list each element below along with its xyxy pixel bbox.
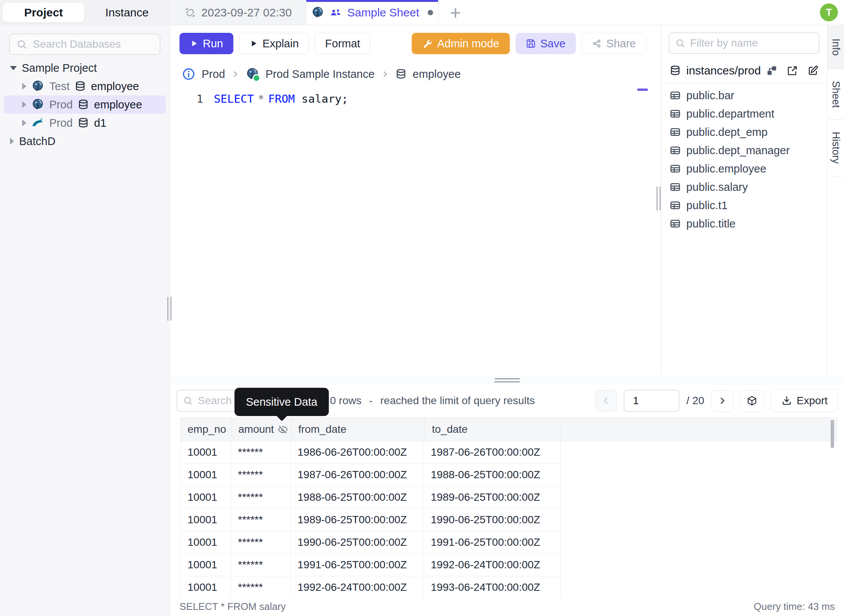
column-header-amount: amount bbox=[231, 418, 291, 441]
table-row: 10001 ****** 1986-06-26T00:00:00Z 1987-0… bbox=[181, 441, 560, 464]
results-scrollbar-thumb[interactable] bbox=[831, 420, 834, 448]
admin-mode-button[interactable]: Admin mode bbox=[412, 33, 510, 54]
explain-label: Explain bbox=[262, 37, 299, 50]
share-button[interactable]: Share bbox=[582, 33, 646, 54]
chevron-right-icon bbox=[231, 70, 239, 78]
tree-item-batchd[interactable]: BatchD bbox=[0, 132, 170, 150]
breadcrumb-instance[interactable]: Prod Sample Instance bbox=[265, 68, 374, 81]
tab-sheet[interactable]: Sheet bbox=[828, 69, 844, 120]
schema-panel: Filter by name instances/prod public.bar bbox=[661, 26, 827, 382]
table-list-item[interactable]: public.employee bbox=[661, 160, 827, 178]
table-name: public.salary bbox=[686, 181, 748, 194]
caret-down-icon[interactable] bbox=[10, 66, 17, 70]
table-list-item[interactable]: public.department bbox=[661, 105, 827, 123]
download-icon bbox=[781, 395, 792, 406]
cell-to-date: 1993-06-24T00:00:00Z bbox=[424, 576, 559, 598]
column-header-to-date: to_date bbox=[425, 418, 560, 441]
results-table-header: emp_no amount from_date to_date bbox=[180, 418, 837, 441]
export-button[interactable]: Export bbox=[771, 390, 838, 412]
shared-people-icon bbox=[330, 6, 342, 19]
info-icon[interactable] bbox=[182, 67, 196, 81]
db-label: employee bbox=[91, 80, 139, 93]
cell-amount-masked: ****** bbox=[231, 464, 291, 486]
cell-from-date: 1988-06-25T00:00:00Z bbox=[291, 486, 424, 508]
database-tree: Sample Project Test employee Prod employ… bbox=[0, 59, 170, 150]
chevron-right-icon bbox=[381, 70, 389, 78]
cell-emp-no: 10001 bbox=[181, 486, 231, 508]
save-button[interactable]: Save bbox=[516, 33, 576, 54]
user-avatar[interactable]: T bbox=[820, 3, 838, 21]
table-row: 10001 ****** 1988-06-25T00:00:00Z 1989-0… bbox=[181, 486, 560, 509]
tab-sample-sheet-active[interactable]: Sample Sheet bbox=[306, 0, 438, 25]
tree-item-prod-d1[interactable]: Prod d1 bbox=[0, 114, 170, 132]
search-icon bbox=[675, 38, 686, 48]
tab-adhoc-sheet[interactable]: 2023-09-27 02:30 bbox=[170, 0, 306, 25]
breadcrumb: Prod Prod Sample Instance employee bbox=[170, 64, 461, 84]
sql-editor[interactable]: 1 SELECT*FROM salary; bbox=[170, 84, 655, 376]
sql-rest bbox=[295, 92, 301, 105]
table-list-item[interactable]: public.title bbox=[661, 214, 827, 233]
cell-emp-no: 10001 bbox=[181, 554, 231, 576]
cell-emp-no: 10001 bbox=[181, 509, 231, 531]
right-panel-resize-handle[interactable] bbox=[656, 187, 661, 210]
wrench-icon bbox=[422, 38, 433, 49]
unlink-icon bbox=[184, 7, 196, 18]
search-databases-input[interactable]: Search Databases bbox=[9, 34, 160, 55]
table-list-item[interactable]: public.t1 bbox=[661, 196, 827, 214]
schema-diagram-icon[interactable] bbox=[766, 65, 778, 76]
results-search-placeholder: Search bbox=[198, 395, 232, 407]
database-icon bbox=[395, 68, 407, 80]
cell-to-date: 1991-06-25T00:00:00Z bbox=[424, 531, 559, 553]
table-icon bbox=[669, 126, 681, 138]
tab-project[interactable]: Project bbox=[3, 3, 84, 23]
tree-item-prod-employee-selected[interactable]: Prod employee bbox=[4, 95, 166, 114]
tab-history[interactable]: History bbox=[828, 120, 844, 176]
edit-icon[interactable] bbox=[807, 65, 819, 76]
results-resize-handle[interactable] bbox=[170, 376, 844, 385]
table-name: public.bar bbox=[686, 89, 734, 102]
eye-off-icon[interactable] bbox=[278, 424, 288, 435]
export-label: Export bbox=[797, 395, 828, 407]
save-label: Save bbox=[540, 37, 566, 50]
table-name: public.dept_emp bbox=[686, 126, 768, 139]
prev-page-button[interactable] bbox=[595, 390, 617, 412]
cell-amount-masked: ****** bbox=[231, 531, 291, 553]
tree-item-test-employee[interactable]: Test employee bbox=[0, 77, 170, 95]
caret-right-icon[interactable] bbox=[22, 83, 26, 90]
run-button[interactable]: Run bbox=[179, 33, 233, 54]
next-page-button[interactable] bbox=[711, 390, 733, 412]
format-button[interactable]: Format bbox=[315, 33, 370, 54]
sensitive-data-tooltip: Sensitive Data bbox=[234, 388, 329, 416]
left-sidebar: Project Instance Search Databases Sample… bbox=[0, 0, 170, 616]
side-tab-strip: Info Sheet History bbox=[827, 26, 844, 382]
external-link-icon[interactable] bbox=[787, 65, 798, 76]
table-list-item[interactable]: public.bar bbox=[661, 86, 827, 105]
column-header-emp-no: emp_no bbox=[181, 418, 231, 441]
table-list-item[interactable]: public.dept_emp bbox=[661, 123, 827, 141]
cell-from-date: 1989-06-25T00:00:00Z bbox=[291, 509, 424, 531]
caret-right-icon[interactable] bbox=[22, 119, 26, 126]
table-list: public.bar public.department public.dept… bbox=[661, 86, 827, 233]
table-list-item[interactable]: public.salary bbox=[661, 178, 827, 196]
sql-table-name: salary; bbox=[302, 92, 348, 105]
visualize-button[interactable] bbox=[740, 390, 764, 412]
breadcrumb-database[interactable]: employee bbox=[413, 68, 461, 81]
cube-icon bbox=[746, 395, 758, 406]
explain-button[interactable]: Explain bbox=[239, 33, 309, 54]
chevron-right-icon bbox=[717, 396, 727, 406]
cell-amount-masked: ****** bbox=[231, 509, 291, 531]
tree-item-sample-project[interactable]: Sample Project bbox=[0, 59, 170, 77]
sidebar-resize-handle[interactable] bbox=[167, 297, 171, 321]
sql-keyword-from: FROM bbox=[268, 92, 295, 105]
tab-info[interactable]: Info bbox=[828, 26, 844, 69]
cell-from-date: 1991-06-25T00:00:00Z bbox=[291, 554, 424, 576]
table-list-item[interactable]: public.dept_manager bbox=[661, 141, 827, 160]
caret-right-icon[interactable] bbox=[10, 138, 14, 145]
table-name: public.dept_manager bbox=[686, 144, 790, 157]
new-tab-button[interactable]: + bbox=[450, 3, 461, 22]
breadcrumb-env[interactable]: Prod bbox=[202, 68, 225, 81]
page-number-input[interactable] bbox=[624, 390, 679, 412]
caret-right-icon[interactable] bbox=[22, 101, 26, 108]
tab-instance[interactable]: Instance bbox=[84, 6, 170, 19]
filter-by-name-input[interactable]: Filter by name bbox=[669, 32, 820, 54]
